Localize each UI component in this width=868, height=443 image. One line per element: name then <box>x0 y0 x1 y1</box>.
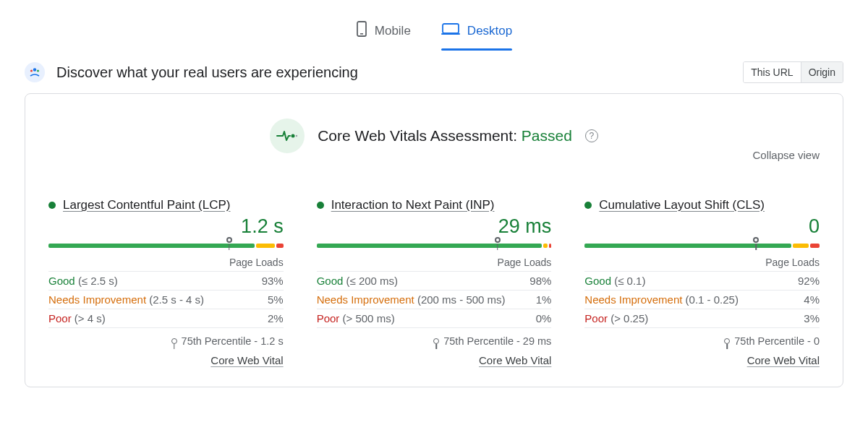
desktop-icon <box>441 22 460 40</box>
status-dot-icon <box>317 202 324 209</box>
users-icon <box>25 62 45 82</box>
vitals-panel: Core Web Vitals Assessment: Passed ? Col… <box>25 93 843 387</box>
help-icon[interactable]: ? <box>585 129 598 142</box>
page-loads-label: Page Loads <box>317 257 552 272</box>
dist-row-ni: Needs Improvement (0.1 - 0.25) 4% <box>584 291 820 309</box>
bar-ni-segment <box>256 244 275 248</box>
bar-good-segment <box>48 244 255 248</box>
bar-poor-segment <box>549 244 551 248</box>
dist-row-poor: Poor (> 500 ms) 0% <box>317 309 552 328</box>
scope-toggle: This URL Origin <box>743 61 843 83</box>
tab-desktop[interactable]: Desktop <box>441 20 512 48</box>
dist-row-poor: Poor (> 4 s) 2% <box>48 309 284 328</box>
bar-poor-segment <box>810 244 820 248</box>
vitals-heartbeat-icon <box>270 119 305 153</box>
percentile-row: 75th Percentile - 29 ms <box>317 335 552 347</box>
device-tabs: Mobile Desktop <box>0 0 868 54</box>
percentile-pin-icon <box>433 338 439 344</box>
percentile-pin-icon <box>171 338 177 344</box>
metric-card: Largest Contentful Paint (LCP) 1.2 s Pag… <box>48 198 284 366</box>
metric-value: 0 <box>584 215 820 238</box>
assessment-status: Passed <box>522 127 572 144</box>
metric-name-link[interactable]: Largest Contentful Paint (LCP) <box>63 198 231 212</box>
svg-point-7 <box>292 134 295 138</box>
dist-row-ni: Needs Improvement (2.5 s - 4 s) 5% <box>48 291 284 309</box>
percentile-marker-icon <box>226 237 232 243</box>
bar-good-segment <box>584 244 791 248</box>
scope-this-url[interactable]: This URL <box>744 62 800 82</box>
bar-poor-segment <box>276 244 284 248</box>
header-row: Discover what your real users are experi… <box>0 54 868 93</box>
metric-value: 1.2 s <box>48 215 284 238</box>
core-web-vital-link[interactable]: Core Web Vital <box>48 354 284 366</box>
metric-value: 29 ms <box>317 215 552 238</box>
dist-row-good: Good (≤ 200 ms) 98% <box>317 272 552 291</box>
distribution-bar <box>584 244 820 248</box>
page-loads-label: Page Loads <box>48 257 284 272</box>
tab-mobile-label: Mobile <box>375 24 411 38</box>
percentile-marker-icon <box>495 237 501 243</box>
collapse-view-toggle[interactable]: Collapse view <box>752 149 820 161</box>
distribution-bar <box>317 244 552 248</box>
metric-name-link[interactable]: Cumulative Layout Shift (CLS) <box>599 198 765 212</box>
svg-point-5 <box>30 69 33 72</box>
status-dot-icon <box>584 202 592 209</box>
svg-point-6 <box>37 69 39 72</box>
distribution-bar <box>48 244 284 248</box>
assessment-row: Core Web Vitals Assessment: Passed ? <box>48 119 820 153</box>
page-loads-label: Page Loads <box>584 257 820 272</box>
dist-row-poor: Poor (> 0.25) 3% <box>584 309 820 328</box>
dist-row-ni: Needs Improvement (200 ms - 500 ms) 1% <box>317 291 552 309</box>
svg-point-8 <box>296 135 297 137</box>
percentile-row: 75th Percentile - 0 <box>584 335 820 347</box>
bar-ni-segment <box>793 244 809 248</box>
scope-origin[interactable]: Origin <box>801 62 843 82</box>
mobile-icon <box>356 20 367 41</box>
assessment-text: Core Web Vitals Assessment: Passed <box>318 127 572 145</box>
percentile-text: 75th Percentile - 1.2 s <box>182 335 284 347</box>
bar-ni-segment <box>543 244 548 248</box>
bar-good-segment <box>317 244 542 248</box>
svg-rect-2 <box>443 24 459 33</box>
tab-desktop-label: Desktop <box>467 24 512 38</box>
metric-card: Cumulative Layout Shift (CLS) 0 Page Loa… <box>584 198 820 366</box>
assessment-label: Core Web Vitals Assessment: <box>318 127 517 144</box>
svg-rect-3 <box>441 33 460 35</box>
percentile-marker-icon <box>753 237 759 243</box>
status-dot-icon <box>48 202 56 209</box>
core-web-vital-link[interactable]: Core Web Vital <box>317 354 552 366</box>
percentile-text: 75th Percentile - 29 ms <box>443 335 551 347</box>
percentile-row: 75th Percentile - 1.2 s <box>48 335 284 347</box>
metric-name-link[interactable]: Interaction to Next Paint (INP) <box>331 198 495 212</box>
dist-row-good: Good (≤ 2.5 s) 93% <box>48 272 284 291</box>
percentile-pin-icon <box>724 338 730 344</box>
svg-rect-1 <box>360 33 363 35</box>
metrics-grid: Largest Contentful Paint (LCP) 1.2 s Pag… <box>48 198 820 366</box>
metric-card: Interaction to Next Paint (INP) 29 ms Pa… <box>317 198 552 366</box>
tab-mobile[interactable]: Mobile <box>356 20 411 48</box>
percentile-text: 75th Percentile - 0 <box>734 335 820 347</box>
core-web-vital-link[interactable]: Core Web Vital <box>584 354 820 366</box>
svg-point-4 <box>33 68 36 71</box>
dist-row-good: Good (≤ 0.1) 92% <box>584 272 820 291</box>
page-title: Discover what your real users are experi… <box>56 64 743 81</box>
